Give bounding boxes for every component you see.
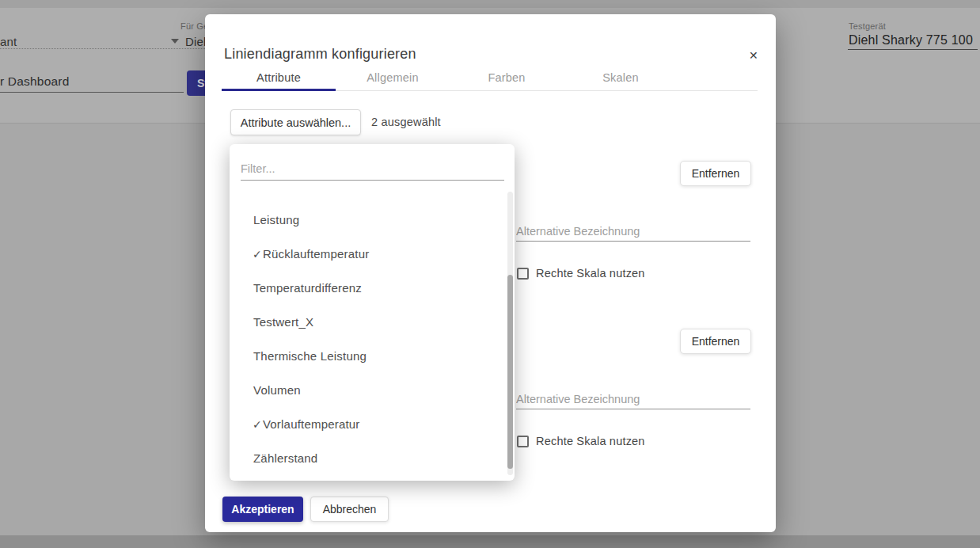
option-label: Volumen (253, 383, 301, 397)
option-label: Zählerstand (253, 451, 317, 465)
tab-skalen[interactable]: Skalen (564, 64, 678, 91)
dialog-title: Liniendiagramm konfigurieren (224, 46, 416, 63)
option-label: Thermische Leistung (253, 349, 367, 363)
attribute-select-dropdown: Leistung ✓ Rücklauftemperatur Temperatur… (230, 144, 515, 481)
option-leistung[interactable]: Leistung (230, 203, 507, 237)
right-scale-label: Rechte Skala nutzen (536, 267, 645, 280)
option-label: Vorlauftemperatur (263, 417, 360, 431)
option-volumen[interactable]: Volumen (230, 373, 507, 407)
right-scale-checkbox[interactable] (517, 436, 529, 447)
active-tab-indicator (222, 89, 336, 91)
attribute-option-list: Leistung ✓ Rücklauftemperatur Temperatur… (230, 203, 507, 475)
tab-attribute[interactable]: Attribute (222, 64, 336, 91)
option-zaehlerstand[interactable]: Zählerstand (230, 441, 507, 475)
right-scale-label: Rechte Skala nutzen (536, 435, 645, 447)
filter-input[interactable] (241, 157, 504, 181)
close-icon[interactable]: ✕ (746, 48, 762, 63)
tab-farben[interactable]: Farben (450, 64, 564, 91)
remove-attribute-button[interactable]: Entfernen (680, 329, 751, 354)
option-thermische-leistung[interactable]: Thermische Leistung (230, 339, 507, 373)
cancel-button[interactable]: Abbrechen (310, 497, 389, 522)
option-label: Testwert_X (253, 315, 313, 329)
select-attributes-button[interactable]: Attribute auswählen... (230, 109, 361, 135)
option-ruecklauftemperatur[interactable]: ✓ Rücklauftemperatur (230, 237, 507, 271)
remove-attribute-button[interactable]: Entfernen (680, 161, 751, 186)
option-label: Rücklauftemperatur (263, 247, 370, 261)
alternative-name-input[interactable] (516, 221, 750, 242)
check-icon: ✓ (253, 418, 262, 431)
option-vorlauftemperatur[interactable]: ✓ Vorlauftemperatur (230, 407, 507, 441)
right-scale-checkbox[interactable] (517, 268, 529, 280)
dialog-tabs: Attribute Allgemein Farben Skalen (222, 64, 758, 91)
option-label: Leistung (253, 213, 299, 226)
selected-count-text: 2 ausgewählt (371, 109, 441, 135)
option-temperaturdifferenz[interactable]: Temperaturdifferenz (230, 271, 507, 305)
alternative-name-input[interactable] (516, 389, 750, 409)
right-scale-row: Rechte Skala nutzen (517, 435, 645, 447)
tab-allgemein[interactable]: Allgemein (336, 64, 450, 91)
check-icon: ✓ (253, 248, 262, 261)
right-scale-row: Rechte Skala nutzen (517, 267, 645, 280)
accept-button[interactable]: Akzeptieren (222, 497, 303, 522)
dropdown-scrollbar-thumb[interactable] (507, 275, 513, 469)
option-testwert-x[interactable]: Testwert_X (230, 305, 507, 339)
dropdown-scrollbar-track[interactable] (507, 192, 513, 475)
option-label: Temperaturdifferenz (253, 281, 362, 295)
